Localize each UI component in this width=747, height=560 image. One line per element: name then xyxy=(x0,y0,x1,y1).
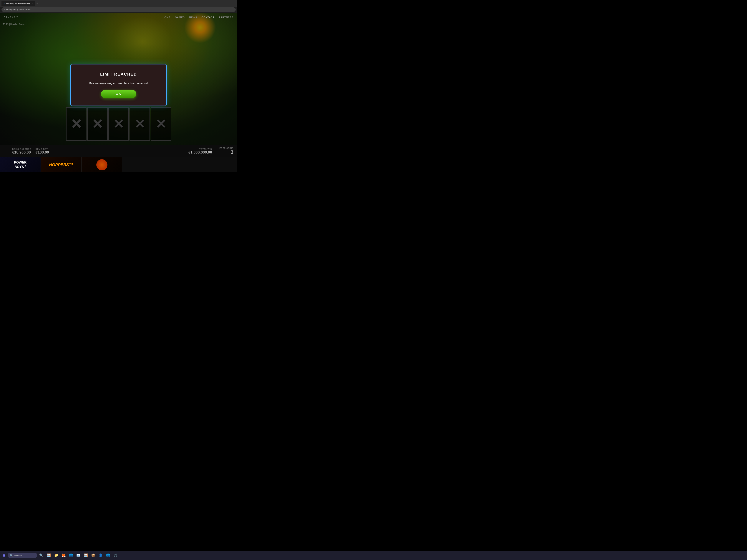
carousel-power-boys-label: POWERBOYS 4 xyxy=(14,161,26,169)
modal-title: LIMIT REACHED xyxy=(100,72,137,77)
address-bar[interactable]: acksawgaming.com/games xyxy=(1,7,236,12)
game-carousel: POWERBOYS 4 HOPPERS™ xyxy=(0,157,237,172)
active-tab[interactable]: H Games | Hacksaw Gaming × xyxy=(1,1,35,6)
carousel-hoppers-label: HOPPERS™ xyxy=(49,162,73,167)
carousel-hoppers[interactable]: HOPPERS™ xyxy=(41,157,81,172)
modal-ok-button[interactable]: OK xyxy=(101,90,136,98)
modal-box: LIMIT REACHED Max win on a single round … xyxy=(70,64,167,106)
address-bar-row: acksawgaming.com/games xyxy=(0,7,237,12)
carousel-item3-icon xyxy=(96,159,107,170)
modal-message: Max win on a single round has been reach… xyxy=(89,81,149,85)
game-area: HACKSAW GAMING HOME GAMES NEWS CONTACT P… xyxy=(0,12,237,157)
carousel-item3[interactable] xyxy=(81,157,122,172)
url-text: acksawgaming.com/games xyxy=(4,8,31,11)
tab-favicon: H xyxy=(4,2,5,4)
tab-area: H Games | Hacksaw Gaming × + xyxy=(1,1,39,6)
carousel-power-boys[interactable]: POWERBOYS 4 xyxy=(0,157,41,172)
tab-close-button[interactable]: × xyxy=(32,2,33,4)
tab-label: Games | Hacksaw Gaming xyxy=(6,2,31,4)
browser-chrome: H Games | Hacksaw Gaming × + xyxy=(0,0,237,7)
modal-overlay: LIMIT REACHED Max win on a single round … xyxy=(0,12,237,157)
new-tab-button[interactable]: + xyxy=(35,2,39,5)
